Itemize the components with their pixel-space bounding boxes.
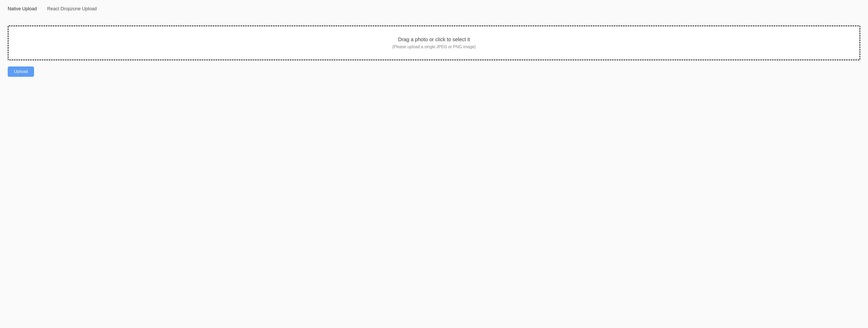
tab-navigation: Native Upload React Dropzone Upload	[8, 5, 860, 12]
tab-react-dropzone-upload[interactable]: React Dropzone Upload	[47, 5, 97, 12]
file-dropzone[interactable]: Drag a photo or click to select it (Plea…	[8, 26, 860, 60]
dropzone-main-text: Drag a photo or click to select it	[398, 37, 470, 42]
tab-native-upload[interactable]: Native Upload	[8, 5, 37, 12]
page-container: Native Upload React Dropzone Upload Drag…	[0, 0, 868, 82]
upload-button[interactable]: Upload	[8, 66, 34, 77]
dropzone-sub-text: (Please upload a single JPEG or PNG imag…	[392, 44, 476, 49]
